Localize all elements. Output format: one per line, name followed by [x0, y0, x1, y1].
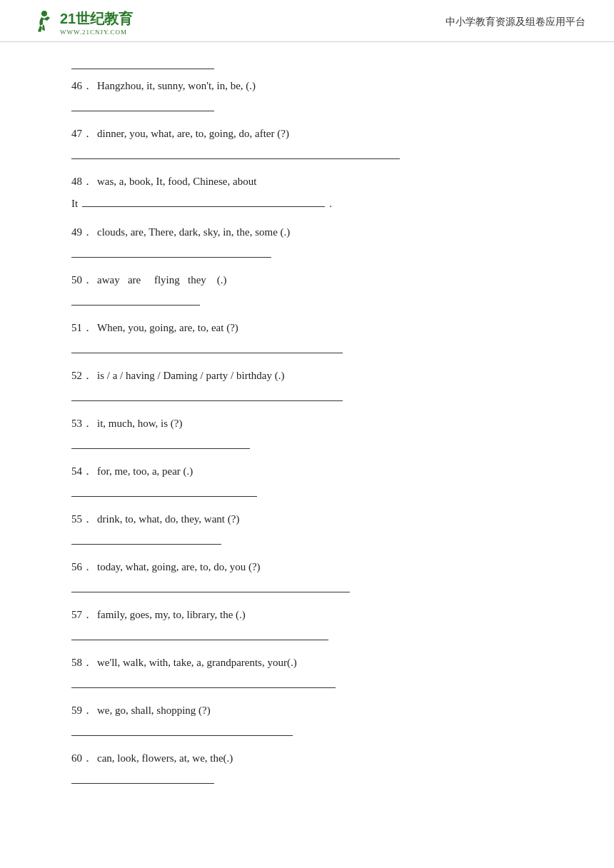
q48-number: 48． — [71, 172, 94, 191]
question-row-57: 57． family, goes, my, to, library, the (… — [71, 605, 543, 625]
answer-line-59 — [71, 723, 293, 736]
question-53: 53． it, much, how, is (?) — [71, 414, 543, 449]
question-51: 51． When, you, going, are, to, eat (?) — [71, 318, 543, 353]
q50-text: away are flying they (.) — [97, 271, 543, 290]
q49-number: 49． — [71, 223, 94, 242]
question-60: 60． can, look, flowers, at, we, the(.) — [71, 749, 543, 784]
q58-number: 58． — [71, 653, 94, 672]
q47-text: dinner, you, what, are, to, going, do, a… — [97, 124, 543, 143]
q47-number: 47． — [71, 124, 94, 143]
question-56: 56． today, what, going, are, to, do, you… — [71, 557, 543, 592]
q51-number: 51． — [71, 318, 94, 338]
svg-point-0 — [41, 11, 47, 16]
answer-line-55 — [71, 532, 221, 545]
answer-line-60 — [71, 771, 214, 784]
question-row-52: 52． is / a / having / Daming / party / b… — [71, 366, 543, 385]
q51-text: When, you, going, are, to, eat (?) — [97, 318, 543, 338]
q48-it-prefix: It — [71, 198, 78, 210]
question-row-47: 47． dinner, you, what, are, to, going, d… — [71, 124, 543, 143]
question-row-58: 58． we'll, walk, with, take, a, grandpar… — [71, 653, 543, 672]
question-row-60: 60． can, look, flowers, at, we, the(.) — [71, 749, 543, 768]
question-54: 54． for, me, too, a, pear (.) — [71, 462, 543, 497]
question-row-51: 51． When, you, going, are, to, eat (?) — [71, 318, 543, 338]
q56-number: 56． — [71, 557, 94, 577]
q59-number: 59． — [71, 701, 94, 720]
q55-number: 55． — [71, 510, 94, 529]
logo-sub-text: WWW.21CNJY.COM — [60, 29, 133, 36]
logo-main-text: 21世纪教育 — [60, 9, 133, 29]
answer-line-46 — [71, 56, 214, 69]
question-47: 47． dinner, you, what, are, to, going, d… — [71, 124, 543, 159]
q53-text: it, much, how, is (?) — [97, 414, 543, 433]
answer-line-58 — [71, 675, 336, 688]
question-row-48: 48． was, a, book, It, food, Chinese, abo… — [71, 172, 543, 191]
q52-number: 52． — [71, 366, 94, 385]
header: 21世纪教育 WWW.21CNJY.COM 中小学教育资源及组卷应用平台 — [0, 0, 614, 42]
q50-number: 50． — [71, 271, 94, 290]
question-49: 49． clouds, are, There, dark, sky, in, t… — [71, 223, 543, 258]
platform-name: 中小学教育资源及组卷应用平台 — [446, 16, 585, 29]
q57-number: 57． — [71, 605, 94, 625]
q48-it-row: It . — [71, 194, 543, 210]
question-row-49: 49． clouds, are, There, dark, sky, in, t… — [71, 223, 543, 242]
question-row-56: 56． today, what, going, are, to, do, you… — [71, 557, 543, 577]
question-46: 46． Hangzhou, it, sunny, won't, in, be, … — [71, 56, 543, 111]
answer-line-54 — [71, 484, 257, 497]
question-48: 48． was, a, book, It, food, Chinese, abo… — [71, 172, 543, 210]
logo-text: 21世纪教育 WWW.21CNJY.COM — [60, 9, 133, 36]
q54-number: 54． — [71, 462, 94, 481]
q48-text: was, a, book, It, food, Chinese, about — [97, 172, 543, 191]
question-row-46: 46． Hangzhou, it, sunny, won't, in, be, … — [71, 76, 543, 96]
answer-line-50 — [71, 293, 200, 306]
question-row-54: 54． for, me, too, a, pear (.) — [71, 462, 543, 481]
q60-number: 60． — [71, 749, 94, 768]
answer-line-52 — [71, 388, 343, 401]
answer-line-49 — [71, 245, 271, 258]
q55-text: drink, to, what, do, they, want (?) — [97, 510, 543, 529]
question-row-55: 55． drink, to, what, do, they, want (?) — [71, 510, 543, 529]
question-57: 57． family, goes, my, to, library, the (… — [71, 605, 543, 640]
question-58: 58． we'll, walk, with, take, a, grandpar… — [71, 653, 543, 688]
answer-line-47 — [71, 146, 400, 159]
question-row-50: 50． away are flying they (.) — [71, 271, 543, 290]
answer-line-57 — [71, 627, 328, 640]
content-area: 46． Hangzhou, it, sunny, won't, in, be, … — [0, 42, 614, 818]
q59-text: we, go, shall, shopping (?) — [97, 701, 543, 720]
q46-text: Hangzhou, it, sunny, won't, in, be, (.) — [97, 76, 543, 96]
q54-text: for, me, too, a, pear (.) — [97, 462, 543, 481]
q60-text: can, look, flowers, at, we, the(.) — [97, 749, 543, 768]
answer-line-46b — [71, 99, 214, 111]
q48-period: . — [329, 198, 332, 210]
answer-line-48 — [82, 194, 325, 207]
q52-text: is / a / having / Daming / party / birth… — [97, 366, 543, 385]
question-52: 52． is / a / having / Daming / party / b… — [71, 366, 543, 401]
question-row-59: 59． we, go, shall, shopping (?) — [71, 701, 543, 720]
question-50: 50． away are flying they (.) — [71, 271, 543, 306]
q46-number: 46． — [71, 76, 94, 96]
q49-text: clouds, are, There, dark, sky, in, the, … — [97, 223, 543, 242]
question-row-53: 53． it, much, how, is (?) — [71, 414, 543, 433]
q57-text: family, goes, my, to, library, the (.) — [97, 605, 543, 625]
q58-text: we'll, walk, with, take, a, grandparents… — [97, 653, 543, 672]
logo-area: 21世纪教育 WWW.21CNJY.COM — [29, 9, 133, 36]
q56-text: today, what, going, are, to, do, you (?) — [97, 557, 543, 577]
logo-icon — [29, 9, 56, 36]
answer-line-51 — [71, 340, 343, 353]
question-55: 55． drink, to, what, do, they, want (?) — [71, 510, 543, 545]
question-59: 59． we, go, shall, shopping (?) — [71, 701, 543, 736]
q53-number: 53． — [71, 414, 94, 433]
answer-line-53 — [71, 436, 250, 449]
answer-line-56 — [71, 580, 350, 592]
